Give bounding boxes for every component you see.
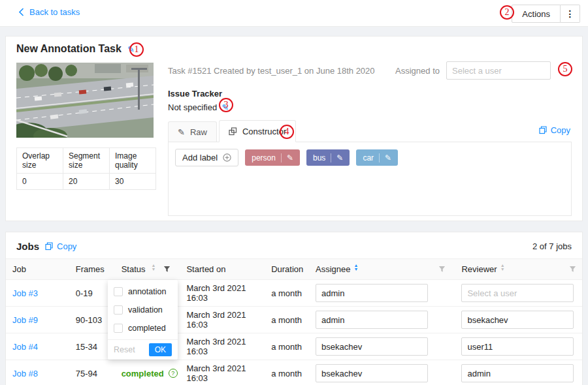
annotation-marker-5: 5 [558, 62, 572, 76]
task-title-row: New Annotation Task ✎ [16, 43, 135, 55]
assignee-input[interactable] [316, 311, 428, 329]
actions-button[interactable]: Actions [512, 5, 561, 23]
filter-reviewer-icon[interactable] [569, 266, 576, 273]
job-row-1: Job #3 0-19 March 3rd 2021 16:03 a month [6, 280, 582, 307]
job-started-on: March 3rd 2021 16:03 [180, 283, 265, 303]
back-to-tasks-label: Back to tasks [29, 7, 80, 17]
job-duration: a month [265, 369, 309, 378]
status-filter-dropdown: annotation validation completed Reset OK [108, 280, 178, 360]
job-status: completed ? [115, 369, 180, 378]
column-reviewer-label: Reviewer [461, 264, 497, 274]
actions-more-button[interactable]: ⋮ [561, 5, 580, 23]
filter-status-icon[interactable] [163, 266, 171, 273]
label-chip-person[interactable]: person ✎ [245, 149, 300, 166]
job-row-4: Job #8 75-94 completed ? March 3rd 2021 … [6, 360, 582, 385]
filter-option-completed[interactable]: completed [108, 319, 178, 337]
copy-labels-label: Copy [551, 125, 570, 135]
copy-jobs-link[interactable]: Copy [45, 241, 76, 251]
filter-option-annotation-label: annotation [128, 287, 166, 296]
actions-button-group: Actions ⋮ [512, 5, 580, 23]
filter-option-validation[interactable]: validation [108, 301, 178, 319]
filter-assignee-icon[interactable] [438, 266, 446, 273]
edit-label-bus-icon[interactable]: ✎ [331, 153, 343, 162]
job-link[interactable]: Job #3 [12, 288, 38, 298]
jobs-card: Jobs Copy 2 of 7 jobs Job Frames Status … [5, 232, 583, 385]
constructor-block-icon [229, 127, 237, 136]
reviewer-input[interactable] [461, 284, 574, 302]
caret-down-icon: ▼ [353, 270, 358, 273]
filter-option-validation-label: validation [128, 305, 163, 315]
job-link[interactable]: Job #8 [12, 369, 38, 378]
filter-reset-button[interactable]: Reset [114, 345, 135, 354]
issue-tracker-value: Not specified [168, 102, 217, 112]
column-started-on: Started on [180, 264, 265, 274]
task-assignee-input[interactable] [446, 61, 551, 80]
job-started-on: March 3rd 2021 16:03 [180, 363, 265, 383]
back-to-tasks-link[interactable]: Back to tasks [18, 7, 80, 17]
filter-ok-button[interactable]: OK [149, 343, 172, 356]
job-started-on: March 3rd 2021 16:03 [180, 337, 265, 356]
labels-editor: ✎ Raw Constructor Copy Add label [168, 120, 572, 216]
column-status: Status ▲▼ [115, 264, 180, 274]
edit-label-person-icon[interactable]: ✎ [281, 153, 293, 162]
assignee-input[interactable] [316, 364, 428, 382]
tab-raw-label: Raw [190, 127, 207, 137]
param-header-overlap: Overlap size [17, 148, 63, 174]
annotation-marker-2: 2 [500, 5, 514, 20]
checkbox-annotation[interactable] [114, 287, 123, 296]
job-duration: a month [265, 288, 309, 298]
label-chip-person-name: person [252, 153, 276, 162]
label-chip-car-name: car [363, 153, 374, 162]
column-frames: Frames [69, 264, 115, 274]
param-value-overlap: 0 [17, 174, 63, 190]
column-reviewer: Reviewer ▲▼ [455, 264, 582, 274]
sort-status-control[interactable]: ▲▼ [152, 266, 156, 273]
param-header-segment: Segment size [63, 148, 110, 174]
filter-option-annotation[interactable]: annotation [108, 283, 178, 301]
sort-reviewer-control[interactable]: ▲▼ [500, 266, 505, 273]
reviewer-input[interactable] [461, 364, 574, 382]
labels-constructor-panel: Add label person ✎ bus ✎ car ✎ [168, 142, 572, 216]
tab-raw[interactable]: ✎ Raw [168, 121, 217, 142]
copy-icon [45, 242, 53, 251]
annotation-marker-1: 1 [129, 42, 144, 57]
issue-tracker-label: Issue Tracker [168, 89, 222, 99]
sort-assignee-control[interactable]: ▲▼ [353, 266, 358, 273]
assignee-input[interactable] [316, 337, 428, 356]
reviewer-input[interactable] [461, 311, 574, 329]
jobs-header-row: Jobs Copy 2 of 7 jobs [6, 232, 582, 258]
column-assignee-label: Assignee [316, 264, 350, 274]
reviewer-input[interactable] [461, 337, 574, 356]
param-value-segment: 20 [63, 174, 110, 190]
label-chip-car[interactable]: car ✎ [356, 149, 398, 166]
copy-labels-link[interactable]: Copy [539, 125, 570, 135]
status-help-icon[interactable]: ? [169, 369, 178, 378]
checkbox-completed[interactable] [114, 324, 123, 333]
add-label-button[interactable]: Add label [175, 149, 238, 166]
param-value-quality: 30 [110, 174, 156, 190]
column-status-label: Status [122, 264, 146, 274]
task-params-table: Overlap size Segment size Image quality … [16, 147, 156, 190]
job-row-3: Job #4 15-34 March 3rd 2021 16:03 a mont… [6, 333, 582, 360]
job-link[interactable]: Job #4 [12, 342, 38, 352]
job-link[interactable]: Job #9 [12, 315, 38, 325]
plus-circle-icon [223, 153, 231, 162]
checkbox-validation[interactable] [114, 305, 123, 315]
raw-pencil-icon: ✎ [178, 128, 185, 136]
column-assignee: Assignee ▲▼ [309, 264, 455, 274]
jobs-count: 2 of 7 jobs [532, 241, 572, 251]
assigned-to-label: Assigned to [395, 66, 440, 76]
assignee-input[interactable] [316, 284, 428, 302]
params-value-row: 0 20 30 [17, 174, 156, 190]
annotation-marker-4: 4 [280, 125, 294, 139]
assigned-to-block: Assigned to [395, 61, 551, 80]
job-duration: a month [265, 315, 309, 325]
label-chip-bus-name: bus [313, 153, 325, 162]
job-frames: 75-94 [69, 369, 115, 378]
filter-option-completed-label: completed [128, 324, 166, 333]
edit-label-car-icon[interactable]: ✎ [379, 153, 391, 162]
label-chip-bus[interactable]: bus ✎ [306, 149, 350, 166]
column-duration: Duration [265, 264, 309, 274]
filter-dropdown-footer: Reset OK [108, 339, 178, 360]
caret-down-icon: ▼ [152, 270, 156, 273]
